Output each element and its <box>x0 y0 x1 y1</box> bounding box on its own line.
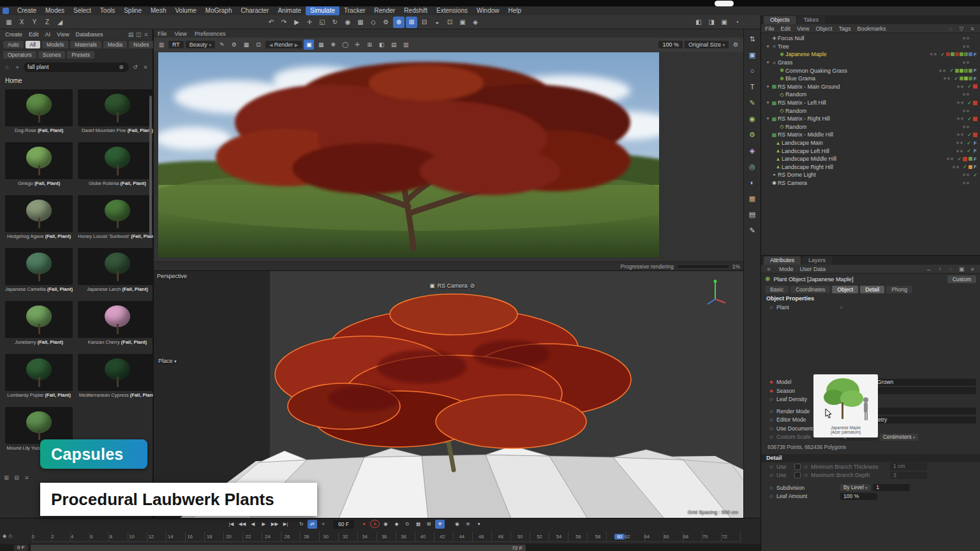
loop-button[interactable]: ↻ <box>297 520 306 529</box>
perspective-viewport[interactable]: Perspective ▣ RS Camera ⊘ Place ▾ Grid S… <box>153 270 743 518</box>
material-tag-icon[interactable] <box>973 117 977 121</box>
axis-toolbar-icon[interactable]: X <box>16 17 27 28</box>
attr-nav-icon[interactable]: ≡ <box>969 266 976 272</box>
render-tool-icon[interactable]: ⊡ <box>253 40 264 50</box>
strip-tool-icon[interactable]: ✎ <box>746 224 758 236</box>
object-name[interactable]: RS Matrix - Main Ground <box>778 84 840 90</box>
object-row[interactable]: ▾ ○ Grass ✓ F <box>761 59 980 67</box>
history-icon[interactable]: ↺ <box>131 64 139 70</box>
texture-tag-chips[interactable] <box>960 77 972 80</box>
enabled-check-icon[interactable]: ✓ <box>965 148 972 154</box>
visibility-dots[interactable] <box>963 110 972 112</box>
playback-button[interactable]: ▶| <box>281 520 290 529</box>
filter-chip[interactable]: Nodes <box>129 41 154 48</box>
size-dropdown[interactable]: Original Size ▾ <box>685 41 729 48</box>
menu-item[interactable]: Render <box>370 6 400 15</box>
render-tool-icon[interactable]: ◧ <box>376 40 387 50</box>
menu-item[interactable]: Volume <box>170 6 200 15</box>
texture-tag-chips[interactable] <box>946 52 972 56</box>
strip-tool-icon[interactable]: ○ <box>746 65 758 77</box>
asset-item[interactable]: Honey Locust 'Sunburst' (Fall, Plant) <box>77 194 158 240</box>
object-row[interactable]: ❋ Japanese Maple ✓ F <box>761 50 980 59</box>
breadcrumb[interactable]: Home <box>0 74 152 85</box>
keyframe-icon[interactable]: ◇ <box>8 533 12 539</box>
playback-button[interactable]: |◀ <box>226 520 236 529</box>
menu-item[interactable]: Tracker <box>339 6 370 15</box>
timeline-icon[interactable]: ≋ <box>463 520 473 529</box>
object-name[interactable]: Landscape Main <box>782 140 823 146</box>
filter-chip[interactable]: All <box>26 41 40 48</box>
object-name[interactable]: Japanese Maple <box>785 51 827 57</box>
visibility-dots[interactable] <box>930 53 939 55</box>
record-button[interactable]: ⊞ <box>424 520 434 529</box>
object-row[interactable]: ▾ ▦ RS Matrix - Left Hill ✓ F <box>761 99 980 107</box>
enabled-check-icon[interactable]: ✓ <box>953 76 960 82</box>
browser-menu-icon[interactable]: ≡ <box>142 64 149 70</box>
layout-icon[interactable]: ▣ <box>718 17 730 28</box>
filter-chip[interactable]: Auto <box>3 41 24 48</box>
asset-item[interactable]: Kanzan Cherry (Fall, Plant) <box>77 300 158 346</box>
panel-tab[interactable]: Takes <box>798 16 826 24</box>
render-tool-icon[interactable]: ✛ <box>352 40 362 50</box>
object-name[interactable]: Landscape Left Hill <box>782 148 829 154</box>
view-toggle-icon[interactable]: ▤ <box>127 31 135 38</box>
plant-row[interactable]: ◇ Plant › <box>761 303 980 312</box>
asset-item[interactable]: Japanese Camellia (Fall, Plant) <box>4 247 74 293</box>
object-name[interactable]: Tree <box>778 43 789 50</box>
object-row[interactable]: ❋ Common Quaking Grass ✓ F <box>761 66 980 75</box>
playback-button[interactable]: ▶ <box>259 520 269 529</box>
mbd-field[interactable]: 3 <box>890 472 927 479</box>
mode-menu[interactable]: Mode <box>779 266 794 272</box>
enabled-check-icon[interactable]: ✓ <box>966 132 973 138</box>
field-tag-icon[interactable]: F <box>974 148 980 154</box>
object-row[interactable]: ◓ RS Dome Light ✓ F <box>761 171 980 179</box>
camera-toggle-icon[interactable]: ⊘ <box>470 283 475 289</box>
visibility-dots[interactable] <box>944 77 953 80</box>
record-button[interactable]: ▦ <box>413 520 423 529</box>
render-settings-gear-icon[interactable]: ⚙ <box>731 40 741 50</box>
visibility-dots[interactable] <box>939 70 948 72</box>
user-data-menu[interactable]: User Data <box>800 266 826 272</box>
field-tag-icon[interactable]: F <box>974 52 980 57</box>
visibility-dots[interactable] <box>956 142 965 144</box>
strip-tool-icon[interactable]: ▣ <box>746 49 758 61</box>
toolbar-icon[interactable]: ◉ <box>342 17 353 28</box>
visibility-dots[interactable] <box>963 93 972 96</box>
texture-tag-chips[interactable] <box>969 165 972 169</box>
visibility-dots[interactable] <box>953 166 961 168</box>
add-icon[interactable]: ＋ <box>13 63 21 71</box>
subdivision-field[interactable]: 1 <box>873 484 910 491</box>
field-tag-icon[interactable]: F <box>974 68 980 73</box>
leaf-amount-field[interactable]: 100 % <box>840 493 877 500</box>
attr-nav-icon[interactable]: ← <box>925 266 933 272</box>
field-tag-icon[interactable]: F <box>974 164 980 170</box>
strip-tool-icon[interactable]: ◐ <box>746 177 758 188</box>
object-name[interactable]: RS Camera <box>778 180 807 186</box>
view-toggle-icon[interactable]: ≡ <box>142 31 150 38</box>
visibility-dots[interactable] <box>957 133 966 136</box>
axis-toolbar-icon[interactable]: ◢ <box>54 17 66 28</box>
home-icon[interactable]: ⌂ <box>3 64 11 70</box>
range-end-field[interactable]: 72 F <box>512 545 526 551</box>
place-tool-label[interactable]: Place ▾ <box>158 358 177 364</box>
object-row[interactable]: ▾ ▦ RS Matrix - Main Ground ✓ F <box>761 83 980 91</box>
asset-menu-item[interactable]: Databases <box>73 31 105 38</box>
object-name[interactable]: Random <box>785 91 806 98</box>
object-row[interactable]: ▾ ▦ RS Matrix - Right Hill ✓ F <box>761 115 980 123</box>
asset-menu-item[interactable]: Edit <box>26 31 41 38</box>
toolbar-icon[interactable]: ⊡ <box>444 17 456 28</box>
layout-icon[interactable]: ◧ <box>693 17 704 28</box>
om-menu-item[interactable]: Tags <box>838 26 850 32</box>
render-tool-icon[interactable]: ▥ <box>156 40 167 50</box>
object-name[interactable]: RS Matrix - Left Hill <box>778 99 826 106</box>
toolbar-icon[interactable]: ⊞ <box>406 17 417 28</box>
enabled-check-icon[interactable]: ✓ <box>966 84 973 89</box>
enabled-check-icon[interactable]: ✓ <box>965 140 972 146</box>
toolbar-icon[interactable]: ↷ <box>278 17 290 28</box>
attribute-tab[interactable]: Coordinates <box>791 286 830 293</box>
record-button[interactable]: ● <box>359 520 369 529</box>
menu-item[interactable]: MoGraph <box>201 6 237 15</box>
object-row[interactable]: ▲ Landscape Left Hill ✓ F <box>761 147 980 155</box>
mbt-field[interactable]: 1 cm <box>890 463 927 470</box>
asset-item[interactable]: Hedgehog Agave (Fall, Plant) <box>4 194 74 240</box>
